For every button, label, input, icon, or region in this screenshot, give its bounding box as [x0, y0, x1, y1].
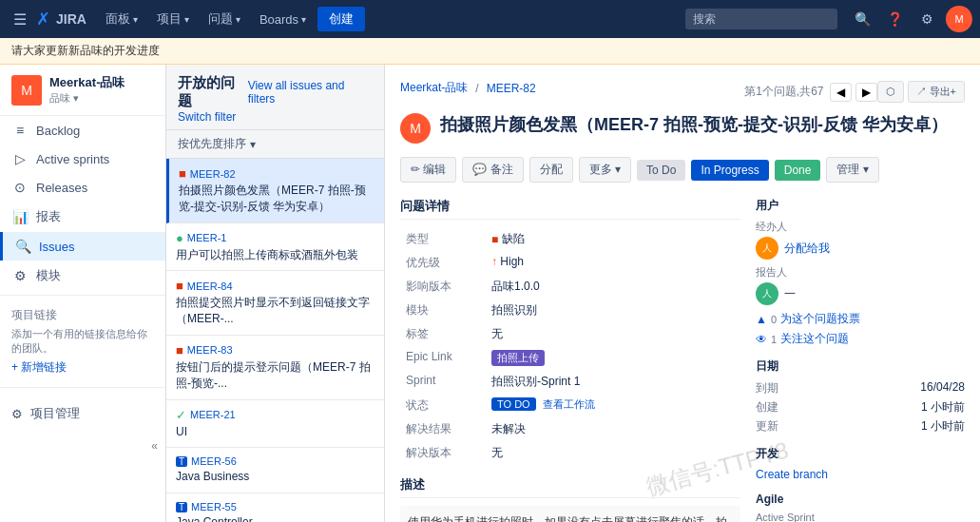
settings-icon[interactable]: ⚙	[913, 6, 940, 32]
done-status-button[interactable]: Done	[775, 160, 821, 181]
fields-table: 类型 ■ 缺陷 优先级 ↑ High	[400, 227, 740, 465]
share-button[interactable]: ⬡	[877, 81, 904, 103]
field-row-priority: 优先级 ↑ High	[400, 251, 740, 275]
bug-icon: ■	[176, 279, 183, 293]
more-button[interactable]: 更多 ▾	[579, 157, 631, 183]
search-input[interactable]	[685, 9, 837, 29]
users-section: 用户 经办人 人 分配给我 报告人 人 一 ▲ 0	[756, 198, 965, 347]
vote-icon: ▲	[756, 313, 767, 326]
detail-top-bar: Meerkat-品味 / MEER-82 第1个问题,共67 ◀ ▶ ⬡ ↗ 导…	[400, 80, 965, 104]
task-icon: T	[176, 502, 187, 512]
detail-right-col: 用户 经办人 人 分配给我 报告人 人 一 ▲ 0	[756, 198, 965, 522]
export-button[interactable]: ↗ 导出+	[908, 81, 965, 103]
sprints-icon: ▷	[11, 151, 29, 166]
assignee-avatar: 人	[756, 237, 778, 260]
active-sprint-label: Active Sprint	[756, 512, 965, 522]
dev-title: 开发	[756, 446, 965, 462]
assignee-row: 人 分配给我	[756, 237, 965, 260]
next-issue-button[interactable]: ▶	[855, 83, 877, 102]
task-icon: T	[176, 456, 187, 467]
add-link-button[interactable]: + 新增链接	[11, 359, 154, 376]
create-branch-link[interactable]: Create branch	[756, 468, 965, 481]
issue-item[interactable]: ■ MEER-84 拍照提交照片时显示不到返回链接文字（MEER-...	[166, 271, 384, 336]
vote-row[interactable]: ▲ 0 为这个问题投票	[756, 311, 965, 327]
sidebar-item-reports[interactable]: 📊 报表	[0, 202, 165, 232]
inprogress-status-button[interactable]: In Progress	[691, 160, 768, 181]
jira-logo: ✗	[36, 9, 50, 29]
issues-icon: 🔍	[14, 239, 31, 254]
sidebar-item-project-mgmt[interactable]: ⚙ 项目管理	[11, 399, 154, 428]
watch-row[interactable]: 👁 1 关注这个问题	[756, 331, 965, 347]
issue-item[interactable]: ■ MEER-83 按钮门后的提示登示问题（MEER-7 拍照-预览-...	[166, 336, 384, 400]
comment-button[interactable]: 💬 备注	[462, 157, 523, 183]
project-type[interactable]: 品味 ▾	[49, 91, 125, 106]
sidebar-collapse-button[interactable]: «	[0, 435, 165, 456]
issue-actions: ✏ 编辑 💬 备注 分配 更多 ▾ To Do In Progress Done…	[400, 157, 965, 183]
assign-button[interactable]: 分配	[529, 157, 573, 183]
users-title: 用户	[756, 198, 965, 214]
manage-button[interactable]: 管理 ▾	[826, 157, 878, 183]
issues-sort-bar: 按优先度排序 ▾	[166, 130, 384, 159]
created-date-row: 创建 1 小时前	[756, 399, 965, 416]
help-icon[interactable]: ❓	[881, 6, 908, 32]
issue-item[interactable]: ■ MEER-82 拍摄照片颜色发黑（MEER-7 拍照-预览-提交-识别-反馈…	[166, 159, 384, 223]
assign-me-link[interactable]: 分配给我	[784, 241, 830, 257]
sidebar-divider	[0, 295, 165, 296]
project-icon: M	[11, 75, 42, 106]
field-row-resolution: 解决结果 未解决	[400, 417, 740, 441]
sidebar-item-backlog[interactable]: ≡ Backlog	[0, 116, 165, 145]
switch-filter-link[interactable]: Switch filter	[178, 110, 236, 124]
dev-section: 开发 Create branch	[756, 446, 965, 481]
search-icon[interactable]: 🔍	[849, 6, 875, 32]
agile-section: Agile Active Sprint 拍照识别-Sprint 1 ✓ on B…	[756, 493, 965, 522]
view-all-link[interactable]: View all issues and filters	[248, 79, 373, 106]
breadcrumb-project[interactable]: Meerkat-品味	[400, 80, 468, 96]
issue-item[interactable]: ✓ MEER-21 UI	[166, 400, 384, 449]
issue-item[interactable]: ● MEER-1 用户可以拍照上传商标或酒瓶外包装	[166, 223, 384, 272]
todo-status-button[interactable]: To Do	[637, 160, 685, 181]
issue-details-title: 问题详情	[400, 198, 740, 220]
backlog-icon: ≡	[11, 123, 29, 138]
hamburger-icon[interactable]: ☰	[8, 7, 32, 32]
right-icons: 🔍 ❓ ⚙ M	[849, 6, 972, 32]
issue-item[interactable]: T MEER-56 Java Business	[166, 448, 384, 493]
bug-type-icon: ■	[491, 233, 498, 246]
issue-count: 第1个问题,共67	[744, 84, 823, 100]
sort-chevron[interactable]: ▾	[250, 138, 256, 151]
announcement-banner: 请大家更新新品味的开发进度	[0, 38, 980, 65]
nav-board[interactable]: Boards ▾	[252, 9, 314, 30]
releases-icon: ⊙	[11, 180, 29, 195]
prev-issue-button[interactable]: ◀	[830, 83, 852, 102]
reporter-row: 人 一	[756, 282, 965, 305]
detail-navigation: ◀ ▶	[830, 83, 877, 102]
issue-item[interactable]: T MEER-55 Java Controller	[166, 493, 384, 522]
reporter-name: 一	[784, 286, 796, 302]
description-section: 描述 使用华为手机进行拍照时，如果没有点击屏幕进行聚焦的话，拍摄下来的照片颜色发…	[400, 476, 740, 522]
sidebar-project-header: M Meerkat-品味 品味 ▾	[0, 65, 165, 116]
nav-projects[interactable]: 项目 ▾	[149, 7, 197, 31]
detail-body: 问题详情 类型 ■ 缺陷 优先级 ↑	[400, 198, 965, 522]
watch-icon: 👁	[756, 333, 767, 346]
breadcrumb: Meerkat-品味 / MEER-82	[400, 80, 744, 96]
issue-ref[interactable]: MEER-82	[487, 82, 536, 95]
field-row-epic: Epic Link 拍照上传	[400, 346, 740, 370]
sidebar-item-modules[interactable]: ⚙ 模块	[0, 261, 165, 291]
updated-date-row: 更新 1 小时前	[756, 418, 965, 435]
sidebar-item-issues[interactable]: 🔍 Issues	[0, 232, 165, 261]
modules-icon: ⚙	[11, 268, 29, 283]
reporter-label: 报告人	[756, 265, 965, 280]
epic-badge[interactable]: 拍照上传	[491, 350, 545, 366]
app-name: JIRA	[56, 11, 86, 27]
sidebar-item-active-sprints[interactable]: ▷ Active sprints	[0, 145, 165, 173]
field-row-affects: 影响版本 品味1.0.0	[400, 275, 740, 299]
nav-boards[interactable]: 面板 ▾	[98, 7, 145, 31]
user-avatar[interactable]: M	[946, 6, 972, 32]
detail-left-col: 问题详情 类型 ■ 缺陷 优先级 ↑	[400, 198, 740, 522]
nav-issues[interactable]: 问题 ▾	[201, 7, 248, 31]
edit-button[interactable]: ✏ 编辑	[400, 157, 456, 183]
sidebar-item-releases[interactable]: ⊙ Releases	[0, 173, 165, 202]
field-row-module: 模块 拍照识别	[400, 299, 740, 322]
create-button[interactable]: 创建	[317, 7, 365, 31]
workflow-link[interactable]: 查看工作流	[543, 398, 595, 410]
description-title: 描述	[400, 476, 740, 498]
